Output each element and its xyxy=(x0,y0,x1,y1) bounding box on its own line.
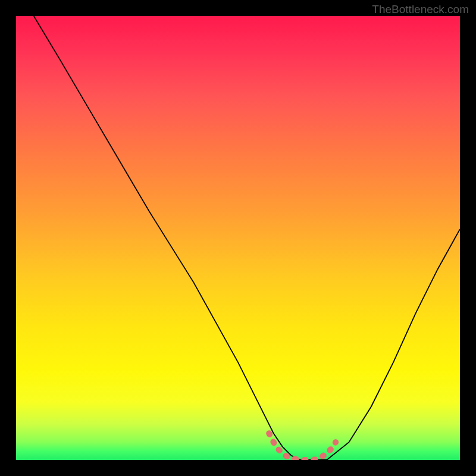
curve-svg xyxy=(16,16,460,460)
watermark-text: TheBottleneck.com xyxy=(372,3,469,16)
bottleneck-curve xyxy=(34,16,460,460)
optimal-range-marker xyxy=(269,433,336,460)
plot-area xyxy=(16,16,460,460)
chart-container: TheBottleneck.com xyxy=(0,0,476,476)
